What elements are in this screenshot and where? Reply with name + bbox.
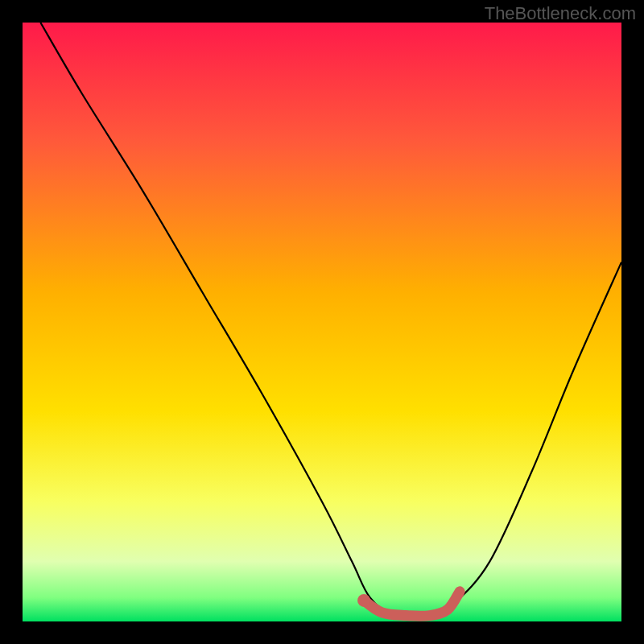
watermark-text: TheBottleneck.com xyxy=(485,3,636,24)
chart-plot-area xyxy=(23,23,621,621)
chart-background xyxy=(23,23,621,621)
optimal-range-start-dot xyxy=(357,594,370,607)
chart-svg xyxy=(23,23,621,621)
